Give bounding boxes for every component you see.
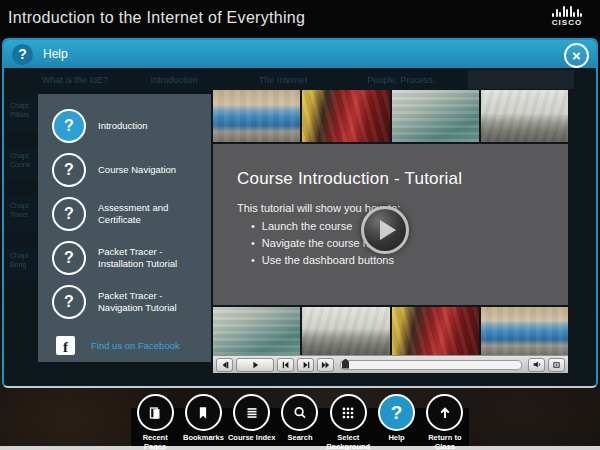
menu-item-course-navigation[interactable]: ? Course Navigation bbox=[38, 148, 211, 192]
play-video-button[interactable] bbox=[361, 206, 409, 254]
dock-select-background-button[interactable]: Select Background bbox=[324, 394, 372, 450]
question-circle-icon: ? bbox=[52, 109, 86, 143]
course-index-icon bbox=[243, 404, 261, 422]
previous-slide-button[interactable] bbox=[277, 358, 294, 372]
fullscreen-button[interactable] bbox=[548, 358, 565, 372]
help-dialog: ? Help × What is the IoE? Introduction T… bbox=[2, 38, 598, 388]
help-dialog-title: Help bbox=[43, 47, 68, 61]
media-player-bar bbox=[213, 355, 568, 373]
background-tab: The Internet bbox=[251, 70, 357, 89]
return-to-class-icon bbox=[436, 404, 454, 422]
photo-strip-top bbox=[213, 90, 568, 142]
seek-bar[interactable] bbox=[340, 360, 522, 370]
question-circle-icon: ? bbox=[52, 197, 86, 231]
cisco-bars-icon bbox=[544, 5, 590, 17]
background-chapter-list: ChaptPillars ChaptConne ChaptTrans Chapt… bbox=[6, 98, 38, 281]
aerial-harbor-city-photo bbox=[213, 307, 300, 355]
app-title-bar: Introduction to the Internet of Everythi… bbox=[0, 0, 600, 36]
dock-course-index-button[interactable]: Course Index bbox=[228, 394, 276, 450]
skip-start-icon bbox=[281, 361, 291, 369]
dock-return-to-class-button[interactable]: Return to Class bbox=[421, 394, 469, 450]
dock-recent-pages-button[interactable]: Recent Pages bbox=[131, 394, 179, 450]
dashboard-dock: Recent Pages Bookmarks Course Index bbox=[131, 394, 469, 450]
mountain-summit-photo bbox=[481, 90, 568, 142]
background-tab bbox=[468, 70, 574, 89]
dock-bookmarks-button[interactable]: Bookmarks bbox=[179, 394, 227, 450]
background-chapter-card: ChaptConne bbox=[6, 148, 38, 181]
question-circle-icon: ? bbox=[52, 153, 86, 187]
next-slide-button[interactable] bbox=[297, 358, 314, 372]
course-title: Introduction to the Internet of Everythi… bbox=[0, 9, 305, 27]
close-icon[interactable]: × bbox=[564, 43, 589, 68]
help-icon: ? bbox=[391, 402, 403, 424]
play-button[interactable] bbox=[236, 358, 274, 372]
help-menu-sidebar: ? Introduction ? Course Navigation ? Ass… bbox=[38, 94, 211, 362]
menu-item-pt-installation-tutorial[interactable]: ? Packet Tracer - Installation Tutorial bbox=[38, 236, 211, 280]
dock-search-button[interactable]: Search bbox=[276, 394, 324, 450]
background-tab-row: What is the IoE? Introduction The Intern… bbox=[34, 70, 574, 89]
play-icon bbox=[250, 361, 260, 369]
fast-forward-button[interactable] bbox=[317, 358, 334, 372]
help-question-icon: ? bbox=[12, 44, 33, 65]
background-chapter-card: ChaptBring bbox=[6, 248, 38, 281]
recent-pages-icon bbox=[146, 404, 164, 422]
fullscreen-icon bbox=[552, 361, 561, 369]
help-dialog-header: ? Help × bbox=[4, 40, 596, 68]
tutorial-slide: Course Introduction - Tutorial This tuto… bbox=[213, 144, 568, 305]
seek-handle[interactable] bbox=[342, 359, 349, 369]
question-circle-icon: ? bbox=[52, 285, 86, 319]
tram-street-photo bbox=[213, 90, 300, 142]
background-chapter-card: ChaptPillars bbox=[6, 98, 38, 131]
volume-button[interactable] bbox=[528, 358, 545, 372]
photo-strip-bottom bbox=[213, 307, 568, 355]
dock-help-button[interactable]: ? Help bbox=[372, 394, 420, 450]
select-background-icon bbox=[339, 404, 357, 422]
bookmarks-icon bbox=[194, 404, 212, 422]
guitars-photo bbox=[302, 90, 389, 142]
background-tab: What is the IoE? bbox=[34, 70, 140, 89]
menu-item-assessment-certificate[interactable]: ? Assessment and Certificate bbox=[38, 192, 211, 236]
question-circle-icon: ? bbox=[52, 241, 86, 275]
search-icon bbox=[291, 404, 309, 422]
aerial-harbor-city-photo bbox=[392, 90, 479, 142]
play-icon bbox=[380, 220, 396, 240]
fast-forward-icon bbox=[320, 361, 331, 369]
cisco-logo-text: CISCO bbox=[544, 18, 590, 27]
background-tab: Introduction bbox=[142, 70, 248, 89]
background-chapter-card: ChaptTrans bbox=[6, 198, 38, 231]
tutorial-content: Course Introduction - Tutorial This tuto… bbox=[213, 90, 568, 409]
menu-item-introduction[interactable]: ? Introduction bbox=[38, 104, 211, 148]
back-icon bbox=[220, 361, 230, 369]
cisco-logo: CISCO bbox=[544, 5, 590, 27]
slide-title: Course Introduction - Tutorial bbox=[237, 169, 462, 189]
facebook-icon: f bbox=[56, 336, 75, 355]
menu-item-pt-navigation-tutorial[interactable]: ? Packet Tracer - Navigation Tutorial bbox=[38, 280, 211, 324]
background-tab: People, Process, bbox=[359, 70, 465, 89]
guitars-photo bbox=[392, 307, 479, 355]
skip-end-icon bbox=[301, 361, 311, 369]
bullet-item: •Use the dashboard buttons bbox=[251, 252, 394, 269]
facebook-link[interactable]: f Find us on Facebook bbox=[38, 326, 211, 360]
tram-street-photo bbox=[481, 307, 568, 355]
mountain-summit-photo bbox=[302, 307, 389, 355]
speaker-icon bbox=[532, 360, 542, 369]
back-button[interactable] bbox=[216, 358, 233, 372]
